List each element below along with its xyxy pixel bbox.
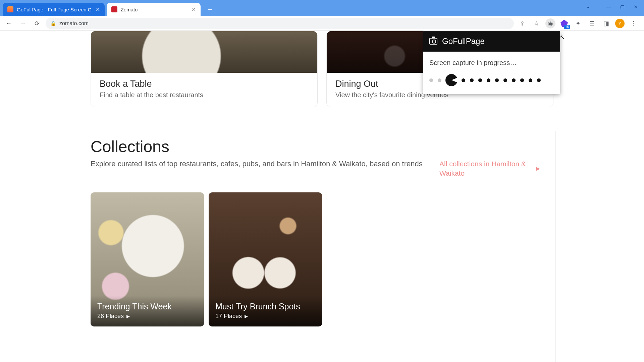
collection-card-places: 26 Places ▶ — [97, 313, 197, 320]
browser-tab-bar: GoFullPage - Full Page Screen C ✕ Zomato… — [0, 0, 644, 16]
hero-card-title: Book a Table — [100, 79, 309, 89]
progress-dot — [495, 78, 499, 82]
hero-image — [91, 31, 317, 73]
reload-button[interactable]: ⟳ — [32, 18, 42, 29]
extensions-icon[interactable]: ✦ — [573, 18, 583, 28]
bookmark-icon[interactable]: ☆ — [531, 18, 541, 28]
tab-title: Zomato — [121, 7, 187, 12]
chrome-menu-icon[interactable]: ⋮ — [629, 18, 639, 28]
divider-line — [555, 131, 556, 362]
all-collections-link-text: All collections in Hamilton & Waikato — [439, 159, 532, 178]
gofullpage-extension-icon[interactable]: ◉ — [545, 18, 555, 28]
address-bar[interactable]: 🔒 zomato.com — [46, 18, 514, 29]
close-window-icon[interactable]: ✕ — [634, 4, 638, 9]
close-icon[interactable]: ✕ — [96, 6, 100, 13]
camera-icon — [429, 38, 437, 45]
gofullpage-popup: GoFullPage Screen capture in progress… — [423, 31, 560, 94]
caret-right-icon: ▶ — [245, 314, 248, 319]
share-icon[interactable]: ⇪ — [517, 18, 527, 28]
forward-button[interactable]: → — [17, 18, 28, 29]
tab-title: GoFullPage - Full Page Screen C — [17, 7, 92, 12]
collection-card-places: 17 Places ▶ — [215, 313, 315, 320]
progress-dot — [470, 78, 474, 82]
close-icon[interactable]: ✕ — [192, 6, 196, 13]
progress-dot — [537, 78, 541, 82]
collection-card-trending[interactable]: Trending This Week 26 Places ▶ — [91, 192, 204, 326]
popup-header: GoFullPage — [423, 31, 560, 52]
progress-dots — [429, 74, 554, 86]
collections-heading: Collections — [91, 137, 553, 156]
profile-avatar[interactable]: Y — [615, 19, 625, 28]
collection-card-title: Must Try Brunch Spots — [215, 302, 315, 311]
extension-badge-count: 16 — [564, 25, 570, 29]
favicon-icon — [7, 6, 13, 12]
new-tab-button[interactable]: ＋ — [204, 3, 216, 15]
pacman-icon — [445, 74, 458, 86]
back-button[interactable]: ← — [3, 18, 14, 29]
browser-tab-gofullpage[interactable]: GoFullPage - Full Page Screen C ✕ — [3, 3, 105, 16]
divider-line — [408, 131, 408, 362]
progress-dot — [503, 78, 507, 82]
page-viewport: Book a Table Find a table at the best re… — [0, 31, 644, 362]
collections-subheading: Explore curated lists of top restaurants… — [91, 159, 433, 169]
caret-right-icon: ▶ — [126, 314, 130, 319]
collection-cards-row: Trending This Week 26 Places ▶ Must Try … — [91, 192, 553, 326]
popup-title: GoFullPage — [442, 37, 485, 46]
progress-dot — [438, 78, 441, 82]
maximize-icon[interactable]: ▢ — [620, 4, 625, 9]
all-collections-link[interactable]: All collections in Hamilton & Waikato ▶ — [439, 159, 540, 178]
url-text: zomato.com — [59, 20, 509, 26]
popup-message: Screen capture in progress… — [429, 59, 554, 67]
progress-dot — [429, 78, 433, 82]
progress-dot — [520, 78, 524, 82]
collection-card-brunch[interactable]: Must Try Brunch Spots 17 Places ▶ — [209, 192, 322, 326]
toolbar-right-icons: ⇪ ☆ ◉ 16 ✦ ☰ ◨ Y ⋮ — [517, 18, 641, 28]
browser-tab-zomato[interactable]: Zomato ✕ — [107, 3, 201, 16]
lock-icon: 🔒 — [50, 21, 56, 26]
collection-card-title: Trending This Week — [97, 302, 197, 311]
extension-badge-icon[interactable]: 16 — [559, 19, 569, 28]
side-panel-icon[interactable]: ◨ — [601, 18, 611, 28]
minimize-icon[interactable]: — — [606, 4, 611, 9]
mouse-cursor-icon: ↖ — [560, 34, 565, 41]
hero-card-book-a-table[interactable]: Book a Table Find a table at the best re… — [91, 31, 318, 107]
favicon-icon — [111, 6, 117, 12]
tab-search-icon[interactable]: ⌄ — [586, 4, 590, 9]
progress-dot — [487, 78, 490, 82]
progress-dot — [462, 78, 465, 82]
browser-toolbar: ← → ⟳ 🔒 zomato.com ⇪ ☆ ◉ 16 ✦ ☰ ◨ Y ⋮ — [0, 16, 644, 31]
hero-card-subtitle: Find a table at the best restaurants — [100, 91, 309, 99]
window-controls: ⌄ — ▢ ✕ — [586, 0, 644, 13]
progress-dot — [512, 78, 516, 82]
reading-list-icon[interactable]: ☰ — [587, 18, 597, 28]
caret-right-icon: ▶ — [536, 165, 540, 172]
progress-dot — [478, 78, 482, 82]
progress-dot — [529, 78, 532, 82]
